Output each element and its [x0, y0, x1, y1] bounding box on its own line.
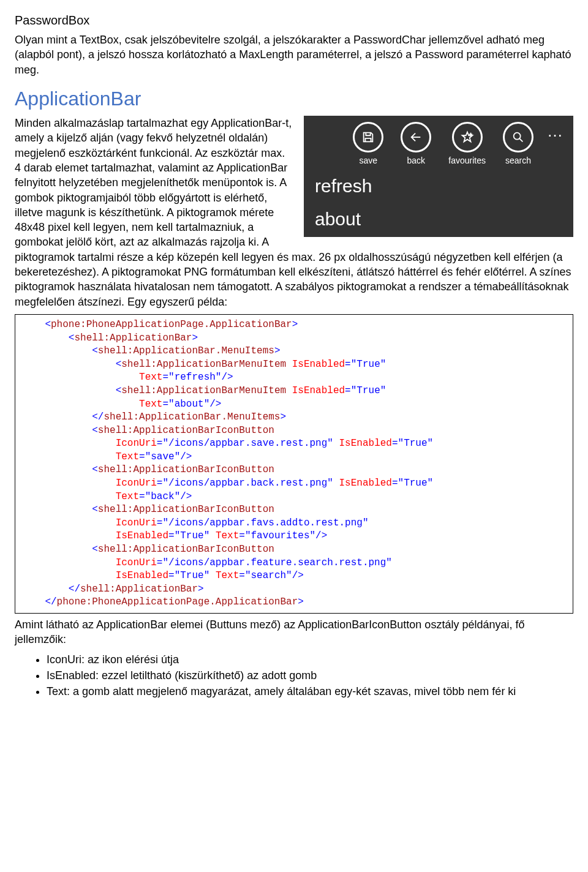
svg-line-4 [519, 138, 522, 141]
favourites-icon [452, 122, 483, 152]
appbar-menu-refresh[interactable]: refresh [304, 170, 573, 204]
section-title-passwordbox: PasswordBox [15, 12, 573, 29]
appbar-label: back [407, 155, 426, 167]
appbar-save-button[interactable]: save [353, 122, 383, 167]
passwordbox-body: Olyan mint a TextBox, csak jelszóbevitel… [15, 32, 573, 77]
appbar-label: favourites [448, 155, 486, 167]
list-item: IconUri: az ikon elérési útja [47, 652, 573, 667]
list-item: IsEnabled: ezzel letiltható (kiszürkíthe… [47, 668, 573, 683]
appbar-favourites-button[interactable]: favourites [448, 122, 486, 167]
appbar-menu-about[interactable]: about [304, 203, 573, 237]
more-icon[interactable]: … [542, 121, 565, 142]
code-sample: <phone:PhoneApplicationPage.ApplicationB… [15, 314, 573, 614]
appbar-label: search [505, 155, 531, 167]
appbar-back-button[interactable]: back [401, 122, 431, 167]
section-title-applicationbar: ApplicationBar [15, 86, 573, 112]
appbar-figure: save back favourites search … [304, 116, 573, 237]
list-item: Text: a gomb alatt megjelenő magyarázat,… [47, 684, 573, 699]
svg-point-3 [514, 133, 521, 140]
appbar-search-button[interactable]: search [503, 122, 533, 167]
save-icon [353, 122, 383, 152]
feature-list: IconUri: az ikon elérési útja IsEnabled:… [15, 652, 573, 699]
search-icon [503, 122, 533, 152]
back-icon [401, 122, 431, 152]
appbar-label: save [360, 155, 378, 167]
post-code-paragraph: Amint látható az ApplicationBar elemei (… [15, 617, 573, 647]
